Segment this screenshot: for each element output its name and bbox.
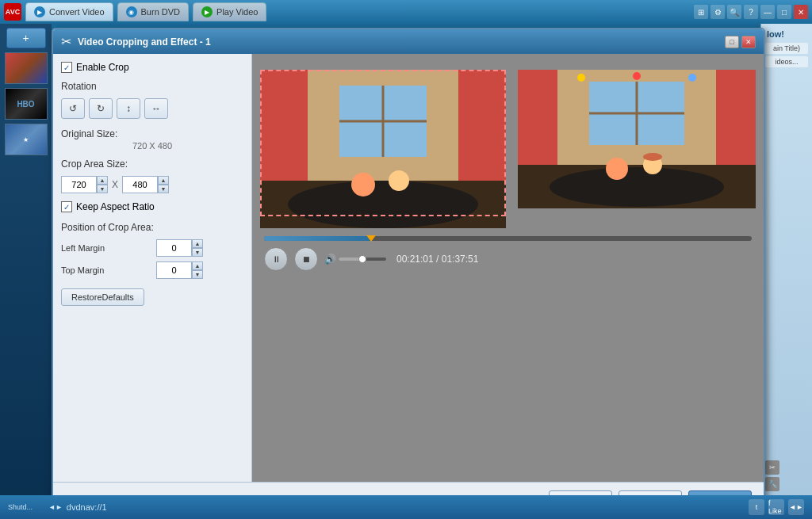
crop-width-spinbox: ▲ ▼ [61,176,108,193]
crop-area-label: Crop Area Size: [61,158,243,170]
top-margin-input[interactable] [156,261,192,279]
thumbnail-3[interactable]: ★ [5,124,48,155]
progress-fill [264,236,371,241]
restore-defaults-button[interactable]: RestoreDefaults [61,288,144,306]
minimize-icon[interactable]: — [760,5,775,19]
top-margin-row: Top Margin ▲ ▼ [61,261,243,279]
rotation-buttons: ↺ ↻ ↕ ↔ [61,98,243,119]
keep-aspect-label: Keep Aspect Ratio [76,201,155,212]
svg-point-20 [643,153,662,161]
tab-play-video[interactable]: ▶ Play Video [193,2,266,21]
right-tool-2[interactable]: 🔧 [765,477,779,491]
thumbnail-1[interactable] [5,52,48,84]
thumb-image-1 [6,53,47,83]
nav-arrows-icon[interactable]: ◄► [788,499,804,515]
add-button[interactable]: + [6,28,46,48]
flip-horizontal-btn[interactable]: ↔ [144,98,168,119]
original-size-section: Original Size: 720 X 480 [61,128,243,151]
left-margin-row: Left Margin ▲ ▼ [61,239,243,257]
scene-svg-2 [518,70,756,208]
controls-row: ⏸ ⏹ 🔊 00:21:01 / 01:37:51 [264,247,752,271]
svg-point-21 [577,74,585,82]
tab-convert-video[interactable]: ▶ Convert Video [25,2,113,21]
right-tool-1[interactable]: ✂ [765,460,779,475]
keep-aspect-row: Keep Aspect Ratio [61,201,243,212]
status-bar: Shutd... ◄► dvdnav://1 t f Like ◄► [0,495,812,519]
twitter-icon[interactable]: t [749,499,764,515]
play-video-icon: ▶ [201,6,213,17]
top-margin-spinbox: ▲ ▼ [156,261,203,279]
crop-size-row: ▲ ▼ X ▲ ▼ [61,176,243,193]
status-text: Shutd... [8,503,33,511]
thumb-image-2: HBO [6,89,47,119]
thumb-image-3: ★ [6,124,47,155]
crop-height-up[interactable]: ▲ [158,176,169,185]
top-margin-down[interactable]: ▼ [192,270,203,279]
dialog-titlebar: ✂ Video Cropping and Effect - 1 □ ✕ [53,29,764,54]
tab-burn-dvd[interactable]: ◉ Burn DVD [117,2,190,21]
dialog-title: Video Cropping and Effect - 1 [78,36,211,48]
right-item-2[interactable]: ideos... [765,56,808,67]
dialog-close-btn[interactable]: ✕ [741,36,756,48]
crop-width-up[interactable]: ▲ [97,176,108,185]
nav-path: dvdnav://1 [67,502,107,512]
crop-width-down[interactable]: ▼ [97,185,108,193]
svg-point-22 [633,72,641,80]
facebook-like-icon[interactable]: f Like [768,499,784,515]
volume-icon: 🔊 [324,254,336,265]
video-preview-2 [518,70,756,208]
flip-vertical-btn[interactable]: ↕ [117,98,140,119]
window-controls: ⊞ ⚙ 🔍 ? — □ ✕ [694,5,808,19]
settings-icon[interactable]: ⚙ [710,5,725,19]
svg-point-18 [606,158,628,180]
crop-width-input[interactable] [61,176,97,193]
nav-icon: ◄► [48,503,63,511]
volume-slider-track[interactable] [339,258,386,261]
left-margin-input[interactable] [156,239,192,257]
right-panel: ⏸ ⏹ 🔊 00:21:01 / 01:37:51 [252,54,764,482]
monitor-icon[interactable]: ⊞ [694,5,708,19]
left-margin-spinbox: ▲ ▼ [156,239,203,257]
close-icon[interactable]: ✕ [794,5,808,19]
top-margin-up[interactable]: ▲ [192,261,203,270]
right-item-1[interactable]: ain Title) [765,43,808,54]
progress-bar[interactable] [264,236,752,241]
top-bar: AVC ▶ Convert Video ◉ Burn DVD ▶ Play Vi… [0,0,812,24]
thumbnail-2[interactable]: HBO [5,88,48,120]
svg-point-23 [688,74,696,82]
left-margin-spinbox-btns: ▲ ▼ [192,239,203,257]
video-preview-1 [260,70,506,228]
video-cropping-dialog: ✂ Video Cropping and Effect - 1 □ ✕ Enab… [52,28,765,519]
enable-crop-checkbox[interactable] [61,62,72,73]
video-frame-1 [260,70,506,228]
pause-button[interactable]: ⏸ [264,247,288,271]
rotation-label: Rotation [61,81,243,92]
playback-area: ⏸ ⏹ 🔊 00:21:01 / 01:37:51 [260,236,756,271]
x-separator: X [112,179,118,190]
keep-aspect-checkbox[interactable] [61,201,72,212]
original-size-value: 720 X 480 [61,141,243,151]
search-icon[interactable]: 🔍 [727,5,741,19]
video-scene-1 [260,70,506,228]
top-margin-spinbox-btns: ▲ ▼ [192,261,203,279]
left-margin-down[interactable]: ▼ [192,248,203,257]
enable-crop-row: Enable Crop [61,62,243,73]
burn-dvd-icon: ◉ [126,6,137,17]
video-frame-2 [518,70,756,208]
crop-height-down[interactable]: ▼ [158,185,169,193]
stop-button[interactable]: ⏹ [294,247,318,271]
maximize-icon[interactable]: □ [777,5,791,19]
crop-height-input[interactable] [122,176,158,193]
enable-crop-label: Enable Crop [76,62,129,73]
left-panel: Enable Crop Rotation ↺ ↻ ↕ ↔ Original Si… [53,54,252,482]
rotate-right-btn[interactable]: ↻ [89,98,113,119]
left-margin-up[interactable]: ▲ [192,239,203,248]
dialog-body: Enable Crop Rotation ↺ ↻ ↕ ↔ Original Si… [53,54,764,482]
left-sidebar: + HBO ★ [0,24,52,495]
rotate-left-btn[interactable]: ↺ [61,98,85,119]
dialog-maximize-btn[interactable]: □ [725,36,739,48]
dialog-controls: □ ✕ [725,36,756,48]
svg-point-8 [351,173,375,197]
original-size-label: Original Size: [61,128,117,139]
help-icon[interactable]: ? [744,5,758,19]
